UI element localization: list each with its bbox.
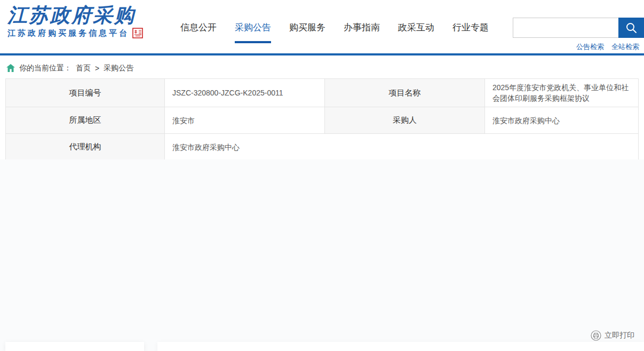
sitewide-search-link[interactable]: 全站检索 xyxy=(611,42,639,52)
announcement-article: 2025年度淮安市党政机关、事业单位和社会团体印刷服务采购框架协议征集公告 发布… xyxy=(157,342,644,351)
nav-item-procurement-notices[interactable]: 采购公告 xyxy=(235,21,271,43)
main-nav: 信息公开 采购公告 购买服务 办事指南 政采互动 行业专题 xyxy=(180,21,489,43)
table-row: 所属地区 淮安市 采购人 淮安市政府采购中心 xyxy=(6,107,639,134)
purchaser-label: 采购人 xyxy=(325,107,485,134)
agency-label: 代理机构 xyxy=(6,134,165,161)
purchaser-value: 淮安市政府采购中心 xyxy=(485,107,639,134)
nav-item-interaction[interactable]: 政采互动 xyxy=(398,21,434,43)
nav-item-industry-topics[interactable]: 行业专题 xyxy=(452,21,489,43)
project-name-label: 项目名称 xyxy=(325,79,485,107)
breadcrumb: 你的当前位置： 首页 > 采购公告 xyxy=(0,58,644,78)
logo-title: 江苏政府采购 xyxy=(7,3,143,27)
printer-icon xyxy=(591,330,601,341)
nav-item-service-guide[interactable]: 办事指南 xyxy=(344,21,380,43)
nav-item-info-disclosure[interactable]: 信息公开 xyxy=(180,21,217,43)
breadcrumb-home[interactable]: 首页 xyxy=(76,63,91,73)
project-name-value: 2025年度淮安市党政机关、事业单位和社会团体印刷服务采购框架协议 xyxy=(485,79,639,107)
logo-subtitle: 江苏政府购买服务信息平台 xyxy=(7,28,129,38)
search-button[interactable] xyxy=(618,18,644,38)
announcement-progress-panel: 公告进度 ✓ 采购意向公开 2024-12-19 ✓ 资格预审 xyxy=(5,342,144,351)
breadcrumb-prefix: 你的当前位置： xyxy=(19,63,71,73)
print-label: 立即打印 xyxy=(605,331,634,340)
search-box xyxy=(513,18,644,38)
search-scope-links: 公告检索 全站检索 xyxy=(576,42,639,52)
site-logo: 江苏政府采购 江苏政府购买服务信息平台 xyxy=(7,3,143,38)
content-area: 立即打印 公告进度 ✓ 采购意向公开 2024-12-19 ✓ 资格预审 202… xyxy=(0,159,644,351)
nav-item-purchase-services[interactable]: 购买服务 xyxy=(289,21,325,43)
project-info-table: 项目编号 JSZC-320800-JZCG-K2025-0011 项目名称 20… xyxy=(5,78,639,161)
search-input[interactable] xyxy=(513,18,618,38)
breadcrumb-current[interactable]: 采购公告 xyxy=(104,63,133,73)
site-header: 江苏政府采购 江苏政府购买服务信息平台 信息公开 采购公告 购买服务 办事指南 … xyxy=(0,0,644,55)
breadcrumb-separator: > xyxy=(95,64,99,73)
agency-value: 淮安市政府采购中心 xyxy=(165,134,639,161)
project-number-value: JSZC-320800-JZCG-K2025-0011 xyxy=(165,79,325,107)
home-icon xyxy=(6,64,15,72)
project-number-label: 项目编号 xyxy=(6,79,165,107)
table-row: 代理机构 淮安市政府采购中心 xyxy=(6,134,639,161)
announcement-search-link[interactable]: 公告检索 xyxy=(576,42,604,52)
search-icon xyxy=(625,21,638,34)
print-button[interactable]: 立即打印 xyxy=(591,330,634,341)
red-seal-icon xyxy=(132,28,143,38)
region-label: 所属地区 xyxy=(6,107,165,134)
table-row: 项目编号 JSZC-320800-JZCG-K2025-0011 项目名称 20… xyxy=(6,79,639,107)
region-value: 淮安市 xyxy=(165,107,325,134)
